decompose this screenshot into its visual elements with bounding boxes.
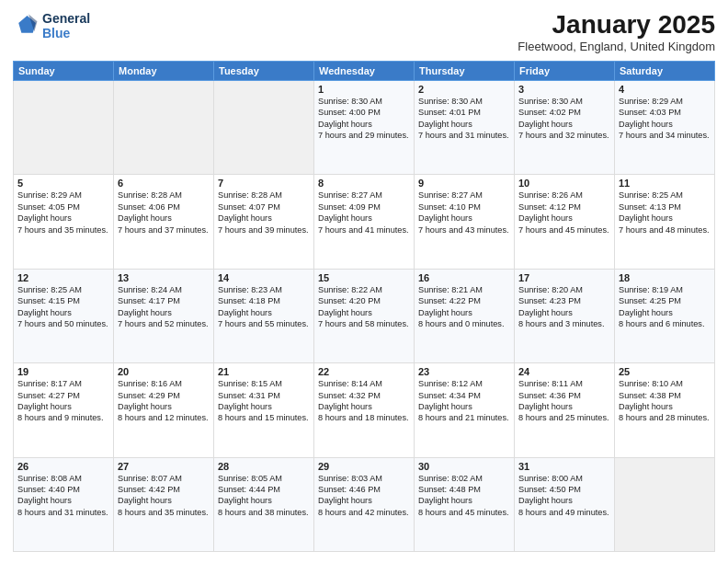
day-info: Sunrise: 8:27 AMSunset: 4:10 PMDaylight … [418,190,510,236]
calendar-cell: 6Sunrise: 8:28 AMSunset: 4:06 PMDaylight… [114,175,214,269]
logo: General Blue [13,11,90,40]
day-info: Sunrise: 8:30 AMSunset: 4:01 PMDaylight … [418,96,510,142]
calendar-cell: 31Sunrise: 8:00 AMSunset: 4:50 PMDayligh… [515,457,615,551]
day-info: Sunrise: 8:26 AMSunset: 4:12 PMDaylight … [518,190,610,236]
day-info: Sunrise: 8:25 AMSunset: 4:15 PMDaylight … [17,284,109,330]
day-info: Sunrise: 8:21 AMSunset: 4:22 PMDaylight … [418,284,510,330]
day-number: 8 [318,178,410,189]
calendar-cell: 9Sunrise: 8:27 AMSunset: 4:10 PMDaylight… [415,175,515,269]
header: General Blue January 2025 Fleetwood, Eng… [13,11,715,53]
col-header-tuesday: Tuesday [214,61,314,80]
day-number: 11 [619,178,711,189]
day-number: 21 [218,366,310,377]
day-number: 22 [318,366,410,377]
calendar-cell [214,80,314,174]
calendar-cell: 22Sunrise: 8:14 AMSunset: 4:32 PMDayligh… [314,363,415,457]
day-number: 5 [17,178,109,189]
day-info: Sunrise: 8:23 AMSunset: 4:18 PMDaylight … [218,284,310,330]
day-number: 6 [118,178,210,189]
day-info: Sunrise: 8:12 AMSunset: 4:34 PMDaylight … [418,378,510,424]
day-info: Sunrise: 8:14 AMSunset: 4:32 PMDaylight … [318,378,410,424]
calendar-cell: 8Sunrise: 8:27 AMSunset: 4:09 PMDaylight… [314,175,415,269]
calendar-cell: 17Sunrise: 8:20 AMSunset: 4:23 PMDayligh… [515,269,615,362]
col-header-wednesday: Wednesday [314,61,415,80]
day-number: 16 [418,272,510,283]
day-info: Sunrise: 8:30 AMSunset: 4:02 PMDaylight … [518,96,610,142]
calendar-cell: 16Sunrise: 8:21 AMSunset: 4:22 PMDayligh… [415,269,515,362]
calendar-cell: 24Sunrise: 8:11 AMSunset: 4:36 PMDayligh… [515,363,615,457]
day-info: Sunrise: 8:27 AMSunset: 4:09 PMDaylight … [318,190,410,236]
col-header-sunday: Sunday [14,61,114,80]
calendar-cell: 4Sunrise: 8:29 AMSunset: 4:03 PMDaylight… [615,80,715,174]
day-info: Sunrise: 8:08 AMSunset: 4:40 PMDaylight … [17,473,109,519]
day-number: 13 [118,272,210,283]
day-info: Sunrise: 8:30 AMSunset: 4:00 PMDaylight … [318,96,410,142]
calendar-table: SundayMondayTuesdayWednesdayThursdayFrid… [13,61,715,552]
calendar-cell: 26Sunrise: 8:08 AMSunset: 4:40 PMDayligh… [14,457,114,551]
col-header-saturday: Saturday [615,61,715,80]
day-info: Sunrise: 8:19 AMSunset: 4:25 PMDaylight … [619,284,711,330]
calendar-cell: 28Sunrise: 8:05 AMSunset: 4:44 PMDayligh… [214,457,314,551]
day-number: 17 [518,272,610,283]
day-info: Sunrise: 8:02 AMSunset: 4:48 PMDaylight … [418,473,510,519]
calendar-cell: 14Sunrise: 8:23 AMSunset: 4:18 PMDayligh… [214,269,314,362]
title-block: January 2025 Fleetwood, England, United … [518,11,715,53]
day-info: Sunrise: 8:16 AMSunset: 4:29 PMDaylight … [118,378,210,424]
logo-icon [13,13,39,39]
day-info: Sunrise: 8:29 AMSunset: 4:05 PMDaylight … [17,190,109,236]
day-number: 19 [17,366,109,377]
calendar-cell: 7Sunrise: 8:28 AMSunset: 4:07 PMDaylight… [214,175,314,269]
day-number: 3 [518,84,610,95]
day-number: 7 [218,178,310,189]
day-number: 24 [518,366,610,377]
calendar-cell [14,80,114,174]
day-info: Sunrise: 8:00 AMSunset: 4:50 PMDaylight … [518,473,610,519]
day-info: Sunrise: 8:11 AMSunset: 4:36 PMDaylight … [518,378,610,424]
calendar-cell: 5Sunrise: 8:29 AMSunset: 4:05 PMDaylight… [14,175,114,269]
calendar-cell: 13Sunrise: 8:24 AMSunset: 4:17 PMDayligh… [114,269,214,362]
calendar-cell [114,80,214,174]
day-info: Sunrise: 8:22 AMSunset: 4:20 PMDaylight … [318,284,410,330]
day-number: 25 [619,366,711,377]
calendar-cell: 25Sunrise: 8:10 AMSunset: 4:38 PMDayligh… [615,363,715,457]
location: Fleetwood, England, United Kingdom [518,40,715,53]
calendar-cell: 23Sunrise: 8:12 AMSunset: 4:34 PMDayligh… [415,363,515,457]
calendar-cell: 19Sunrise: 8:17 AMSunset: 4:27 PMDayligh… [14,363,114,457]
day-number: 15 [318,272,410,283]
day-number: 27 [118,461,210,472]
day-number: 20 [118,366,210,377]
calendar-cell: 12Sunrise: 8:25 AMSunset: 4:15 PMDayligh… [14,269,114,362]
day-info: Sunrise: 8:29 AMSunset: 4:03 PMDaylight … [619,96,711,142]
day-info: Sunrise: 8:28 AMSunset: 4:06 PMDaylight … [118,190,210,236]
col-header-friday: Friday [515,61,615,80]
day-number: 9 [418,178,510,189]
calendar-cell: 15Sunrise: 8:22 AMSunset: 4:20 PMDayligh… [314,269,415,362]
logo-text: General Blue [42,11,90,40]
day-info: Sunrise: 8:24 AMSunset: 4:17 PMDaylight … [118,284,210,330]
day-number: 4 [619,84,711,95]
day-number: 26 [17,461,109,472]
calendar-cell: 2Sunrise: 8:30 AMSunset: 4:01 PMDaylight… [415,80,515,174]
calendar-cell: 27Sunrise: 8:07 AMSunset: 4:42 PMDayligh… [114,457,214,551]
day-number: 23 [418,366,510,377]
calendar-cell [615,457,715,551]
day-info: Sunrise: 8:03 AMSunset: 4:46 PMDaylight … [318,473,410,519]
calendar-cell: 10Sunrise: 8:26 AMSunset: 4:12 PMDayligh… [515,175,615,269]
day-number: 1 [318,84,410,95]
day-number: 31 [518,461,610,472]
day-info: Sunrise: 8:20 AMSunset: 4:23 PMDaylight … [518,284,610,330]
calendar-cell: 1Sunrise: 8:30 AMSunset: 4:00 PMDaylight… [314,80,415,174]
day-number: 29 [318,461,410,472]
day-info: Sunrise: 8:07 AMSunset: 4:42 PMDaylight … [118,473,210,519]
calendar-cell: 3Sunrise: 8:30 AMSunset: 4:02 PMDaylight… [515,80,615,174]
day-number: 10 [518,178,610,189]
calendar-cell: 21Sunrise: 8:15 AMSunset: 4:31 PMDayligh… [214,363,314,457]
col-header-monday: Monday [114,61,214,80]
day-info: Sunrise: 8:15 AMSunset: 4:31 PMDaylight … [218,378,310,424]
day-number: 18 [619,272,711,283]
day-info: Sunrise: 8:17 AMSunset: 4:27 PMDaylight … [17,378,109,424]
calendar-cell: 30Sunrise: 8:02 AMSunset: 4:48 PMDayligh… [415,457,515,551]
day-number: 28 [218,461,310,472]
day-number: 14 [218,272,310,283]
calendar-cell: 11Sunrise: 8:25 AMSunset: 4:13 PMDayligh… [615,175,715,269]
